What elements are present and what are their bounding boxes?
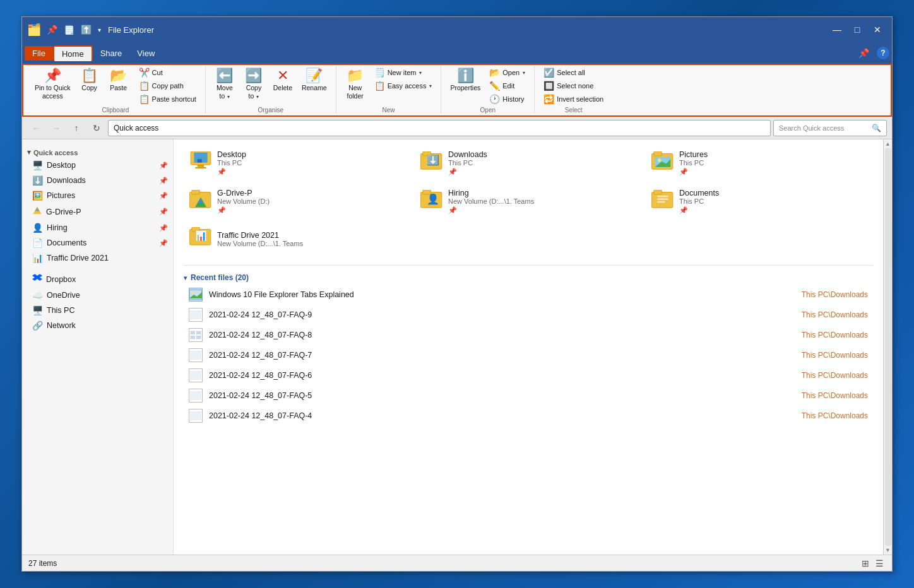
svg-point-12	[658, 158, 661, 162]
quick-access-toolbar: 📌 🗒️ ⬆️ ▾	[45, 23, 103, 36]
history-label: History	[502, 95, 524, 103]
qat-undo-button[interactable]: 🗒️	[62, 23, 76, 36]
address-bar[interactable]: Quick access	[108, 120, 771, 136]
select-all-button[interactable]: ☑️ Select all	[540, 66, 607, 79]
scroll-up-button[interactable]: ▲	[885, 141, 891, 147]
easy-access-label: Easy access	[388, 82, 427, 90]
maximize-button[interactable]: □	[848, 21, 867, 38]
open-button[interactable]: 📂 Open ▾	[485, 66, 529, 79]
scroll-down-button[interactable]: ▼	[885, 547, 891, 553]
recent-item-2[interactable]: 2021-02-24 12_48_07-FAQ-8 This PC\Downlo…	[184, 325, 873, 345]
pin-to-quick-access-button[interactable]: 📌 Pin to Quickaccess	[31, 66, 74, 102]
recent-item-1[interactable]: 2021-02-24 12_48_07-FAQ-9 This PC\Downlo…	[184, 305, 873, 325]
grid-view-button[interactable]: ⊞	[860, 558, 871, 569]
details-view-button[interactable]: ☰	[874, 558, 886, 569]
ribbon: 📌 Pin to Quickaccess 📋 Copy 📂 Paste ✂️	[22, 64, 892, 117]
pinned-traffic-drive-info: Traffic Drive 2021 New Volume (D:...\1. …	[217, 231, 405, 247]
sidebar-item-desktop[interactable]: 🖥️ Desktop 📌	[22, 158, 173, 173]
pinned-hiring-pin: 📌	[448, 206, 636, 215]
search-placeholder: Search Quick access	[779, 124, 844, 132]
copy-label: Copy	[81, 84, 97, 92]
file-explorer-window: 🗂️ 📌 🗒️ ⬆️ ▾ File Explorer — □ ✕ File Ho…	[21, 16, 893, 572]
recent-item-0[interactable]: Windows 10 File Explorer Tabs Explained …	[184, 285, 873, 305]
menu-view[interactable]: View	[129, 46, 162, 61]
pinned-documents-icon	[651, 190, 674, 213]
pin-ribbon-button[interactable]: 📌	[855, 46, 873, 60]
recent-item-5[interactable]: 2021-02-24 12_48_07-FAQ-5 This PC\Downlo…	[184, 385, 873, 406]
pinned-downloads-icon: ⬇️	[420, 151, 443, 175]
menu-share[interactable]: Share	[93, 46, 130, 61]
sidebar-item-hiring[interactable]: 👤 Hiring 📌	[22, 220, 173, 235]
sidebar-item-network[interactable]: 🔗 Network	[22, 318, 173, 333]
address-text: Quick access	[114, 124, 158, 132]
recent-files-header[interactable]: ▾ Recent files (20)	[184, 271, 873, 285]
scrollbar[interactable]: ▲ ▼	[883, 139, 892, 555]
sidebar-item-onedrive[interactable]: ☁️ OneDrive	[22, 288, 173, 303]
quick-access-header[interactable]: ▾ Quick access	[22, 143, 173, 158]
search-bar[interactable]: Search Quick access 🔍	[773, 120, 887, 136]
sidebar-item-pictures[interactable]: 🖼️ Pictures 📌	[22, 188, 173, 203]
scroll-thumb[interactable]	[885, 148, 891, 546]
svg-rect-42	[191, 372, 201, 379]
pinned-item-hiring[interactable]: 👤 Hiring New Volume (D:...\1. Teams 📌	[415, 184, 642, 219]
edit-button[interactable]: ✏️ Edit	[485, 79, 529, 92]
qat-dropdown-button[interactable]: ▾	[96, 25, 103, 35]
delete-button[interactable]: ✕ Delete	[269, 66, 297, 95]
history-button[interactable]: 🕐 History	[485, 93, 529, 105]
qat-properties-button[interactable]: ⬆️	[79, 23, 93, 36]
properties-button[interactable]: ℹ️ Properties	[446, 66, 484, 95]
pinned-item-traffic-drive[interactable]: 📊 Traffic Drive 2021 New Volume (D:...\1…	[184, 223, 411, 255]
clipboard-buttons: 📌 Pin to Quickaccess 📋 Copy 📂 Paste ✂️	[31, 66, 200, 105]
copy-path-label: Copy path	[152, 82, 184, 90]
copy-path-button[interactable]: 📋 Copy path	[135, 79, 200, 92]
new-folder-button[interactable]: 📁 Newfolder	[341, 66, 369, 102]
sidebar-item-gdrive[interactable]: G-Drive-P 📌	[22, 203, 173, 220]
refresh-button[interactable]: ↻	[88, 119, 105, 137]
new-folder-icon: 📁	[347, 69, 364, 83]
invert-selection-button[interactable]: 🔁 Invert selection	[540, 93, 607, 105]
sidebar-item-documents[interactable]: 📄 Documents 📌	[22, 235, 173, 250]
menu-file[interactable]: File	[25, 46, 53, 61]
pinned-item-pictures[interactable]: Pictures This PC 📌	[646, 146, 873, 180]
back-button[interactable]: ←	[27, 119, 45, 137]
up-button[interactable]: ↑	[68, 119, 85, 137]
recent-path-5: This PC\Downloads	[802, 391, 868, 400]
pinned-item-documents[interactable]: Documents This PC 📌	[646, 184, 873, 219]
select-none-button[interactable]: 🔲 Select none	[540, 79, 607, 92]
help-button[interactable]: ?	[877, 47, 889, 59]
copy-to-button[interactable]: ➡️ Copyto ▾	[240, 66, 268, 102]
move-to-button[interactable]: ⬅️ Moveto ▾	[211, 66, 239, 102]
recent-item-3[interactable]: 2021-02-24 12_48_07-FAQ-7 This PC\Downlo…	[184, 345, 873, 365]
pinned-grid: Desktop This PC 📌 ⬇️ Do	[184, 146, 873, 255]
copy-path-icon: 📋	[139, 81, 150, 91]
navigation-bar: ← → ↑ ↻ Quick access Search Quick access…	[22, 117, 892, 139]
ribbon-select-section: ☑️ Select all 🔲 Select none 🔁 Invert sel…	[535, 66, 612, 114]
minimize-button[interactable]: —	[828, 21, 846, 38]
paste-button[interactable]: 📂 Paste	[105, 66, 133, 95]
sidebar-item-downloads[interactable]: ⬇️ Downloads 📌	[22, 173, 173, 188]
cut-icon: ✂️	[139, 68, 150, 78]
pinned-desktop-name: Desktop	[217, 150, 405, 159]
svg-rect-36	[196, 331, 201, 334]
recent-item-4[interactable]: 2021-02-24 12_48_07-FAQ-6 This PC\Downlo…	[184, 365, 873, 385]
easy-access-button[interactable]: 📋 Easy access ▾	[371, 79, 436, 92]
cut-button[interactable]: ✂️ Cut	[135, 66, 200, 79]
paste-shortcut-button[interactable]: 📋 Paste shortcut	[135, 93, 200, 105]
pinned-item-gdrive[interactable]: G-Drive-P New Volume (D:) 📌	[184, 184, 411, 219]
downloads-icon: ⬇️	[32, 175, 43, 185]
copy-button[interactable]: 📋 Copy	[76, 66, 104, 95]
rename-button[interactable]: 📝 Rename	[298, 66, 331, 95]
sidebar-item-dropbox[interactable]: Dropbox	[22, 271, 173, 288]
pinned-item-downloads[interactable]: ⬇️ Downloads This PC 📌	[415, 146, 642, 180]
pinned-item-desktop[interactable]: Desktop This PC 📌	[184, 146, 411, 180]
sidebar-item-thispc[interactable]: 🖥️ This PC	[22, 303, 173, 318]
sidebar-item-traffic-drive[interactable]: 📊 Traffic Drive 2021	[22, 250, 173, 266]
new-item-button[interactable]: 🗒️ New item ▾	[371, 66, 436, 79]
forward-button[interactable]: →	[47, 119, 65, 137]
close-button[interactable]: ✕	[868, 21, 887, 38]
history-icon: 🕐	[489, 94, 500, 104]
recent-item-6[interactable]: 2021-02-24 12_48_07-FAQ-4 This PC\Downlo…	[184, 406, 873, 426]
qat-pin-button[interactable]: 📌	[45, 23, 59, 36]
menu-home[interactable]: Home	[53, 45, 93, 61]
pinned-pictures-info: Pictures This PC 📌	[679, 150, 867, 176]
